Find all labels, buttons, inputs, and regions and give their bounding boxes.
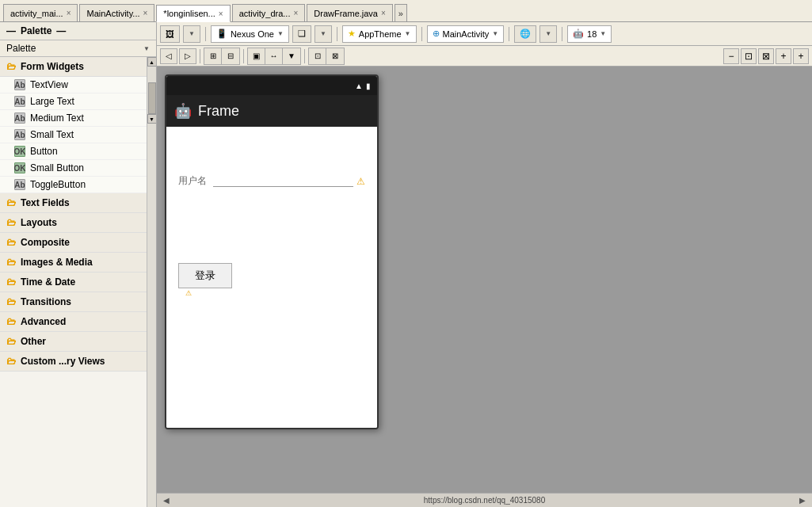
canvas-area[interactable]: ▲ ▮ 🤖 Frame 用户名 ⚠ (157, 67, 812, 493)
item-button[interactable]: OK Button (0, 143, 147, 160)
folder-icon: 🗁 (6, 296, 16, 307)
activity-dropdown[interactable]: ⊕ MainActivity ▼ (427, 25, 505, 43)
close-icon[interactable]: × (293, 9, 298, 17)
item-medium-text[interactable]: Ab Medium Text (0, 110, 147, 127)
close-icon[interactable]: × (381, 9, 386, 17)
icon-btn-caret[interactable]: ▼ (183, 25, 200, 43)
palette-header-inner: — Palette — (6, 25, 66, 36)
section-label: Layouts (21, 217, 57, 228)
view-mode-btn-2[interactable]: ⊟ (222, 48, 239, 64)
content-area: 🖼 ▼ 📱 Nexus One ▼ ❑ ▼ ★ AppTheme ▼ (157, 22, 812, 507)
folder-icon: 🗁 (6, 237, 16, 248)
api-dropdown[interactable]: 🤖 18 ▼ (567, 25, 612, 43)
locale-caret-btn[interactable]: ▼ (539, 25, 557, 43)
chevron-down-icon: ▼ (545, 30, 551, 37)
sidebar-scroll-content: 🗁 Form Widgets Ab TextView Ab Large Text… (0, 57, 147, 507)
item-large-text[interactable]: Ab Large Text (0, 93, 147, 110)
section-images-media[interactable]: 🗁 Images & Media (0, 253, 147, 273)
wifi-icon: ▲ (355, 82, 363, 90)
zoom-fit-button[interactable]: ⊡ (741, 48, 757, 64)
chevron-down-icon: ▼ (320, 30, 326, 37)
icon-btn-1[interactable]: 🖼 (160, 25, 180, 43)
resize-btn-2[interactable]: ⊠ (326, 48, 344, 64)
section-custom-views[interactable]: 🗁 Custom ...ry Views (0, 352, 147, 372)
android-logo-icon: 🤖 (174, 102, 192, 120)
section-other[interactable]: 🗁 Other (0, 332, 147, 352)
close-icon[interactable]: × (143, 9, 148, 17)
section-label: Composite (21, 237, 70, 248)
chevron-down-icon: ▼ (600, 30, 606, 37)
bottom-bar: ◀ https://blog.csdn.net/qq_40315080 ▶ (157, 493, 812, 507)
section-time-date[interactable]: 🗁 Time & Date (0, 273, 147, 292)
tab-mainactivity[interactable]: MainActivity... × (79, 4, 154, 21)
tab-label: activity_dra... (239, 9, 291, 18)
tab-overflow[interactable]: » (395, 4, 407, 21)
section-label: Text Fields (21, 197, 70, 208)
separator-tb2-2 (243, 49, 244, 63)
section-transitions[interactable]: 🗁 Transitions (0, 292, 147, 312)
scroll-down-button[interactable]: ▼ (147, 114, 157, 124)
item-label: Small Button (30, 162, 84, 173)
separator-1 (205, 27, 206, 41)
zoom-in-small-button[interactable]: + (776, 48, 791, 64)
section-form-widgets[interactable]: 🗁 Form Widgets (0, 57, 147, 77)
section-layouts[interactable]: 🗁 Layouts (0, 213, 147, 233)
view-toggle-1[interactable]: ◁ (160, 48, 177, 64)
section-advanced[interactable]: 🗁 Advanced (0, 312, 147, 332)
item-togglebutton[interactable]: Ab ToggleButton (0, 177, 147, 193)
separator-tb2-1 (200, 49, 200, 63)
zoom-in-button[interactable]: + (793, 48, 809, 64)
item-textview[interactable]: Ab TextView (0, 77, 147, 93)
input-label: 用户名 (178, 174, 207, 188)
folder-icon: 🗁 (6, 61, 16, 72)
layout-caret-btn[interactable]: ▼ (315, 25, 332, 43)
theme-dropdown[interactable]: ★ AppTheme ▼ (342, 25, 417, 43)
device-label: Nexus One (231, 29, 274, 39)
folder-icon: 🗁 (6, 336, 16, 347)
tab-activity-dra[interactable]: activity_dra... × (232, 4, 306, 21)
palette-dropdown[interactable]: Palette ▼ (0, 40, 156, 57)
tab-activity-mai[interactable]: activity_mai... × (3, 4, 78, 21)
section-text-fields[interactable]: 🗁 Text Fields (0, 193, 147, 213)
tab-bar: activity_mai... × MainActivity... × *lon… (0, 0, 812, 22)
phone-mockup: ▲ ▮ 🤖 Frame 用户名 ⚠ (165, 74, 379, 429)
view-toggle-2[interactable]: ▷ (179, 48, 196, 64)
scroll-right-button[interactable]: ▶ (799, 496, 806, 505)
tab-longinlisen[interactable]: *longinlisen... × (156, 5, 230, 22)
section-composite[interactable]: 🗁 Composite (0, 233, 147, 253)
scroll-left-button[interactable]: ◀ (163, 496, 170, 505)
device-dropdown[interactable]: 📱 Nexus One ▼ (211, 25, 289, 43)
sidebar-scroll-container: 🗁 Form Widgets Ab TextView Ab Large Text… (0, 57, 156, 507)
scroll-up-button[interactable]: ▲ (147, 57, 157, 67)
layout-btn[interactable]: ❑ (292, 25, 311, 43)
smalltext-icon: Ab (14, 129, 25, 140)
zoom-out-button[interactable]: − (723, 48, 739, 64)
view-mode-btn-1[interactable]: ⊞ (204, 48, 222, 64)
item-small-text[interactable]: Ab Small Text (0, 127, 147, 143)
resize-btn-1[interactable]: ⊡ (309, 48, 326, 64)
username-input[interactable] (213, 175, 353, 187)
zoom-reset-button[interactable]: ⊠ (758, 48, 774, 64)
folder-icon: 🗁 (6, 217, 16, 228)
theme-label: AppTheme (359, 29, 402, 39)
main-toolbar: 🖼 ▼ 📱 Nexus One ▼ ❑ ▼ ★ AppTheme ▼ (157, 22, 812, 46)
layout-btn-caret[interactable]: ▼ (283, 48, 300, 64)
button-warning-icon: ⚠ (185, 289, 192, 297)
close-icon[interactable]: × (67, 9, 71, 17)
tab-drawframe[interactable]: DrawFrame.java × (307, 4, 393, 21)
chevron-down-icon: ▼ (143, 45, 150, 52)
layout-btn-1[interactable]: ▣ (248, 48, 265, 64)
locale-btn[interactable]: 🌐 (514, 25, 536, 43)
activity-label: MainActivity (443, 29, 490, 39)
close-icon[interactable]: × (219, 10, 223, 18)
scroll-thumb[interactable] (148, 82, 156, 114)
layout-btn-2[interactable]: ↔ (265, 48, 283, 64)
largetext-icon: Ab (14, 96, 25, 107)
item-small-button[interactable]: OK Small Button (0, 160, 147, 177)
chevron-down-icon: ▼ (405, 30, 411, 37)
login-button[interactable]: 登录 ⚠ (178, 263, 232, 288)
togglebutton-icon: Ab (14, 179, 25, 190)
item-label: Button (30, 146, 58, 157)
main-layout: — Palette — Palette ▼ 🗁 Form Widgets Ab … (0, 22, 812, 507)
view-mode-group: ⊞ ⊟ (204, 48, 240, 65)
